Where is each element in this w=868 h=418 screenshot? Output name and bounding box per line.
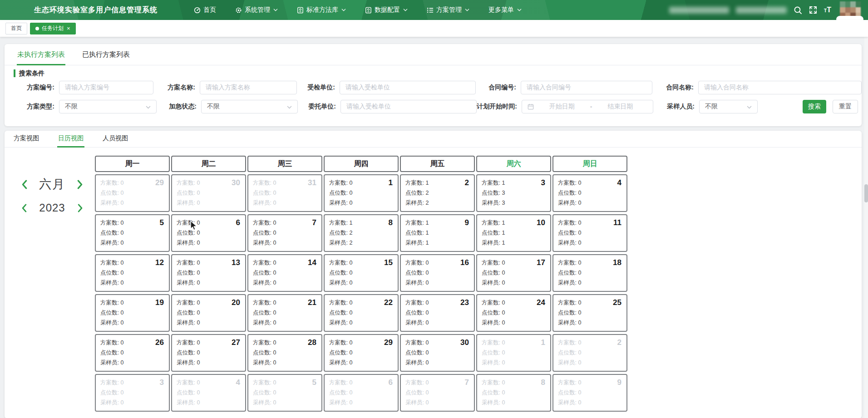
plan-type-select[interactable]: 不限 (59, 100, 157, 113)
next-year-button[interactable] (77, 204, 84, 212)
plan-name-input[interactable]: 请输入方案名称 (200, 81, 297, 94)
tab-executed-plan-list[interactable]: 已执行方案列表 (82, 44, 130, 65)
contract-code-input[interactable]: 请输入合同编号 (521, 81, 652, 94)
nav-item-more-menu[interactable]: 更多菜单 (488, 6, 522, 14)
calendar-day-cell[interactable]: 方案数: 0点位数: 0采样员: 021 (247, 294, 322, 332)
tab-task-plan[interactable]: 任务计划 × (30, 23, 76, 34)
next-month-button[interactable] (77, 180, 84, 189)
sampler-count: 采样员: 0 (100, 358, 164, 368)
calendar-day-cell[interactable]: 方案数: 0点位数: 0采样员: 030 (400, 334, 475, 372)
calendar-day-cell[interactable]: 方案数: 0点位数: 0采样员: 019 (95, 294, 170, 332)
day-number: 5 (160, 218, 164, 227)
calendar-day-cell[interactable]: 方案数: 0点位数: 0采样员: 014 (247, 254, 322, 292)
calendar-day-cell[interactable]: 方案数: 0点位数: 0采样员: 031 (247, 174, 322, 212)
day-number: 16 (460, 258, 469, 267)
calendar-day-cell[interactable]: 方案数: 0点位数: 0采样员: 024 (476, 294, 551, 332)
calendar-icon (528, 103, 534, 110)
calendar-day-cell[interactable]: 方案数: 0点位数: 0采样员: 015 (324, 254, 399, 292)
calendar-day-cell[interactable]: 方案数: 0点位数: 0采样员: 02 (552, 334, 627, 372)
calendar-day-cell[interactable]: 方案数: 0点位数: 0采样员: 023 (400, 294, 475, 332)
nav-item-plan-management[interactable]: 方案管理 (427, 6, 469, 14)
prev-month-button[interactable] (21, 180, 28, 189)
calendar-day-cell[interactable]: 方案数: 0点位数: 0采样员: 09 (552, 374, 627, 412)
calendar-day-cell[interactable]: 方案数: 1点位数: 1采样员: 19 (400, 214, 475, 252)
urgent-status-select[interactable]: 不限 (201, 100, 298, 113)
calendar-day-cell[interactable]: 方案数: 0点位数: 0采样员: 04 (552, 174, 627, 212)
plan-start-time-range[interactable]: 开始日期-结束日期 (522, 100, 653, 113)
calendar-day-cell[interactable]: 方案数: 1点位数: 3采样员: 33 (476, 174, 551, 212)
calendar-day-cell[interactable]: 方案数: 0点位数: 0采样员: 018 (552, 254, 627, 292)
view-tab-person-view[interactable]: 人员视图 (102, 131, 129, 148)
contract-name-input[interactable]: 请输入合同名称 (698, 81, 862, 94)
calendar-day-cell[interactable]: 方案数: 0点位数: 0采样员: 07 (247, 214, 322, 252)
sampler-count: 采样员: 0 (177, 198, 241, 208)
tab-pending-plan-list[interactable]: 未执行方案列表 (17, 44, 65, 65)
calendar-day-cell[interactable]: 方案数: 0点位数: 0采样员: 016 (400, 254, 475, 292)
day-number: 23 (460, 298, 469, 307)
plan-code-input[interactable]: 请输入方案编号 (59, 81, 153, 94)
calendar-week-row: 方案数: 0点位数: 0采样员: 026方案数: 0点位数: 0采样员: 027… (95, 334, 627, 372)
plan-count: 方案数: 0 (177, 298, 241, 308)
day-number: 13 (232, 258, 240, 267)
prev-year-button[interactable] (21, 204, 27, 212)
calendar-day-cell[interactable]: 方案数: 1点位数: 2采样员: 28 (324, 214, 399, 252)
calendar-day-cell[interactable]: 方案数: 0点位数: 0采样员: 028 (247, 334, 322, 372)
calendar-day-cell[interactable]: 方案数: 0点位数: 0采样员: 012 (95, 254, 170, 292)
calendar-day-cell[interactable]: 方案数: 0点位数: 0采样员: 08 (476, 374, 551, 412)
day-number: 4 (236, 378, 240, 387)
calendar-day-cell[interactable]: 方案数: 0点位数: 0采样员: 030 (171, 174, 246, 212)
calendar-day-cell[interactable]: 方案数: 0点位数: 0采样员: 022 (324, 294, 399, 332)
calendar-day-cell[interactable]: 方案数: 0点位数: 0采样员: 03 (95, 374, 170, 412)
day-number: 31 (308, 178, 316, 187)
close-icon[interactable]: × (67, 25, 70, 31)
calendar-day-cell[interactable]: 方案数: 0点位数: 0采样员: 06 (171, 214, 246, 252)
reset-button[interactable]: 重置 (833, 100, 858, 113)
font-size-icon[interactable]: TT (824, 6, 831, 14)
nav-item-standard-method-library[interactable]: 标准方法库 (297, 6, 346, 14)
sampler-count: 采样员: 0 (100, 238, 164, 248)
page-scrollbar-thumb[interactable] (864, 184, 868, 202)
calendar-day-cell[interactable]: 方案数: 0点位数: 0采样员: 07 (400, 374, 475, 412)
sampler-select[interactable]: 不限 (699, 100, 758, 113)
view-tab-calendar-view[interactable]: 日历视图 (57, 131, 84, 148)
calendar-day-cell[interactable]: 方案数: 0点位数: 0采样员: 05 (95, 214, 170, 252)
calendar-day-cell[interactable]: 方案数: 0点位数: 0采样员: 06 (324, 374, 399, 412)
fullscreen-icon[interactable] (809, 6, 817, 14)
calendar-day-cell[interactable]: 方案数: 0点位数: 0采样员: 04 (171, 374, 246, 412)
tab-home[interactable]: 首页 (5, 23, 27, 34)
sampler-count: 采样员: 0 (329, 318, 393, 328)
nav-item-home[interactable]: 首页 (194, 6, 216, 14)
point-count: 点位数: 1 (405, 228, 469, 238)
plan-count: 方案数: 0 (100, 298, 164, 308)
search-panel: 未执行方案列表 已执行方案列表 搜索条件 方案编号:请输入方案编号方案名称:请输… (5, 44, 862, 126)
month-navigation: 六月 2023 (21, 176, 84, 214)
calendar-day-cell[interactable]: 方案数: 0点位数: 0采样员: 05 (247, 374, 322, 412)
calendar-day-cell[interactable]: 方案数: 1点位数: 2采样员: 22 (400, 174, 475, 212)
calendar-day-cell[interactable]: 方案数: 0点位数: 0采样员: 027 (171, 334, 246, 372)
calendar-day-cell[interactable]: 方案数: 0点位数: 0采样员: 011 (552, 214, 627, 252)
avatar[interactable] (840, 1, 861, 19)
calendar-day-cell[interactable]: 方案数: 0点位数: 0采样员: 025 (552, 294, 627, 332)
search-button[interactable]: 搜索 (803, 100, 826, 113)
view-tab-plan-view[interactable]: 方案视图 (13, 131, 40, 148)
calendar-day-cell[interactable]: 方案数: 1点位数: 1采样员: 110 (476, 214, 551, 252)
inspected-unit-input[interactable]: 请输入受检单位 (340, 81, 476, 94)
calendar-day-cell[interactable]: 方案数: 0点位数: 0采样员: 017 (476, 254, 551, 292)
day-number: 29 (384, 338, 393, 347)
calendar-day-cell[interactable]: 方案数: 0点位数: 0采样员: 01 (324, 174, 399, 212)
nav-item-data-configuration[interactable]: 数据配置 (365, 6, 408, 14)
search-icon[interactable] (794, 6, 802, 15)
plan-count: 方案数: 0 (253, 298, 317, 308)
calendar-day-cell[interactable]: 方案数: 0点位数: 0采样员: 029 (95, 174, 170, 212)
weekday-header: 周四 (324, 156, 399, 172)
client-unit-input[interactable]: 请输入受检单位 (340, 100, 477, 113)
calendar-day-cell[interactable]: 方案数: 0点位数: 0采样员: 026 (95, 334, 170, 372)
weekday-header-row: 周一周二周三周四周五周六周日 (95, 156, 627, 172)
calendar-day-cell[interactable]: 方案数: 0点位数: 0采样员: 013 (171, 254, 246, 292)
calendar-day-cell[interactable]: 方案数: 0点位数: 0采样员: 020 (171, 294, 246, 332)
plan-name-label: 方案名称: (153, 84, 200, 92)
calendar-day-cell[interactable]: 方案数: 0点位数: 0采样员: 029 (324, 334, 399, 372)
urgent-status-select-value: 不限 (207, 103, 220, 111)
nav-item-system-management[interactable]: 系统管理 (235, 6, 278, 14)
calendar-day-cell[interactable]: 方案数: 0点位数: 0采样员: 01 (476, 334, 551, 372)
